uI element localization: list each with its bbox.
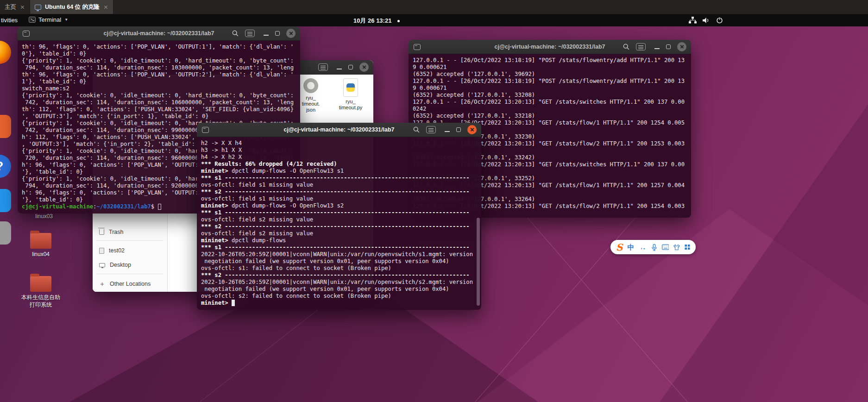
terminal-line: mininet> dpctl dump-flows -O OpenFlow13 … bbox=[201, 168, 477, 175]
close-button[interactable] bbox=[359, 63, 369, 72]
vm-tab-ubuntu[interactable]: Ubuntu 64 位 的克隆 bbox=[30, 0, 113, 14]
desktop-icon bbox=[99, 263, 105, 267]
terminal-line: mininet> bbox=[201, 300, 477, 307]
window-icon bbox=[23, 31, 30, 37]
window-icon bbox=[202, 127, 209, 133]
minimize-button[interactable] bbox=[337, 65, 342, 70]
punctuation-toggle[interactable]: ，。 bbox=[639, 245, 647, 250]
terminal-line: th': 96, 'flags': 0, 'actions': ['POP_VL… bbox=[22, 44, 296, 50]
terminal-line: ', 'OUTPUT:3'], 'match': {'in_port': 1},… bbox=[22, 113, 296, 120]
minimize-button[interactable] bbox=[654, 44, 660, 50]
screen: ? linux03 linux04 本科生信息自助 打印系统 Trash bbox=[0, 0, 868, 402]
terminal-window-center: cj@cj-virtual-machine: ~/032002331/lab7 … bbox=[197, 123, 481, 310]
close-icon[interactable] bbox=[20, 5, 25, 10]
vm-tab-label: Ubuntu 64 位 的克隆 bbox=[45, 3, 100, 11]
terminal-line: {'priority': 1, 'cookie': 0, 'idle_timeo… bbox=[22, 92, 296, 99]
monitor-icon bbox=[35, 5, 41, 10]
terminal-titlebar[interactable]: cj@cj-virtual-machine: ~/032002331/lab7 bbox=[197, 123, 481, 137]
sidebar-item-trash[interactable]: Trash bbox=[93, 226, 164, 239]
document-icon bbox=[99, 248, 104, 254]
menu-icon[interactable] bbox=[426, 126, 436, 133]
sidebar-separator bbox=[96, 274, 164, 274]
minimize-button[interactable] bbox=[445, 127, 450, 132]
chevron-down-icon: ▼ bbox=[64, 18, 68, 22]
terminal-line: 742, 'duration_sec': 114, 'duration_nsec… bbox=[22, 99, 296, 106]
terminal-line: (6352) accepted ('127.0.0.1', 33218) bbox=[413, 113, 687, 119]
menu-icon[interactable] bbox=[245, 30, 255, 37]
file-ry­u-timeout-py[interactable]: ryu_ timeout.py bbox=[333, 78, 368, 111]
sidebar-item-label: Other Locations bbox=[110, 281, 151, 287]
sogou-logo-icon[interactable]: S bbox=[616, 243, 623, 252]
toolbox-grid-icon[interactable] bbox=[685, 244, 690, 250]
center-terminal-output[interactable]: h2 -> X X h4h3 -> h1 X Xh4 -> X h2 X*** … bbox=[197, 137, 481, 310]
system-status-area[interactable] bbox=[689, 17, 723, 24]
ime-mode-toggle[interactable]: 中 bbox=[627, 244, 634, 251]
terminal-line: *** s1 ---------------------------------… bbox=[201, 209, 477, 216]
network-icon bbox=[689, 17, 697, 24]
desktop-icon-label: 本科生信息自助 打印系统 bbox=[18, 294, 64, 308]
maximize-button[interactable] bbox=[348, 65, 353, 69]
sidebar-item-test02[interactable]: test02 bbox=[93, 244, 164, 257]
microphone-icon[interactable] bbox=[652, 244, 657, 251]
maximize-button[interactable] bbox=[456, 127, 461, 132]
terminal-line: th': 96, 'flags': 0, 'actions': ['POP_VL… bbox=[22, 71, 296, 78]
maximize-button[interactable] bbox=[275, 31, 280, 36]
terminal-line: 127.0.0.1 - - [26/Oct/2022 13:20:13] "GE… bbox=[413, 99, 687, 106]
close-button[interactable] bbox=[286, 29, 296, 38]
file-label: ryu_ timeout.py bbox=[333, 99, 368, 111]
sidebar-item-desktop[interactable]: Desktop bbox=[93, 258, 164, 271]
window-title: cj@cj-virtual-machine: ~/032002331/lab7 bbox=[103, 30, 214, 37]
ime-toolbar: S 中 ，。 bbox=[610, 240, 696, 254]
terminal-line: negotiation failed (we support version 0… bbox=[201, 286, 477, 293]
sidebar-item-label: Trash bbox=[109, 229, 124, 235]
desktop-icon-label: linux03 bbox=[25, 213, 63, 220]
terminal-line: 1'}, 'table_id': 0} bbox=[22, 78, 296, 85]
close-button[interactable] bbox=[677, 42, 686, 51]
terminal-line: mininet> dpctl dump-flows bbox=[201, 237, 477, 244]
app-menu-button[interactable]: Terminal ▼ bbox=[29, 16, 68, 23]
terminal-line: mininet> dpctl dump-flows -O OpenFlow13 … bbox=[201, 202, 477, 209]
skin-shirt-icon[interactable] bbox=[673, 244, 680, 251]
menu-icon[interactable] bbox=[636, 43, 646, 50]
clock[interactable]: 10月 26 13:21 bbox=[353, 17, 391, 25]
menu-icon[interactable] bbox=[318, 63, 328, 71]
desktop-icon-linux03[interactable]: linux03 bbox=[25, 213, 63, 220]
terminal-line: *** s2 ---------------------------------… bbox=[201, 188, 477, 195]
software-icon[interactable] bbox=[0, 115, 11, 138]
sidebar-item-other-locations[interactable]: + Other Locations bbox=[93, 277, 164, 290]
close-icon[interactable] bbox=[103, 5, 108, 10]
search-icon[interactable] bbox=[623, 44, 629, 50]
vm-tab-label: 主页 bbox=[5, 3, 16, 11]
terminal-line: 127.0.0.1 - - [26/Oct/2022 13:18:19] "PO… bbox=[413, 57, 687, 64]
minimize-button[interactable] bbox=[264, 31, 269, 36]
python-file-icon bbox=[343, 78, 358, 97]
terminal-line: 9 0.000621 bbox=[413, 64, 687, 71]
terminal-line: (6352) accepted ('127.0.0.1', 33208) bbox=[413, 92, 687, 99]
sidebar-item-label: Desktop bbox=[110, 262, 131, 268]
terminal-titlebar[interactable]: cj@cj-virtual-machine: ~/032002331/lab7 bbox=[409, 40, 691, 54]
terminal-line: *** s2 ---------------------------------… bbox=[201, 223, 477, 230]
terminal-line: h2 -> X X h4 bbox=[201, 140, 477, 147]
activities-button[interactable]: tivities bbox=[1, 17, 18, 24]
desktop-icon-print-system[interactable]: 本科生信息自助 打印系统 bbox=[18, 276, 64, 308]
vm-tab-home[interactable]: 主页 bbox=[0, 0, 30, 14]
desktop-icon-label: linux04 bbox=[27, 251, 55, 258]
maximize-button[interactable] bbox=[666, 44, 671, 49]
terminal-line: *** Results: 66% dropped (4/12 received) bbox=[201, 161, 477, 168]
close-button[interactable] bbox=[467, 125, 477, 134]
desktop-icon-linux04[interactable]: linux04 bbox=[27, 233, 55, 258]
app-menu-label: Terminal bbox=[38, 16, 61, 23]
search-icon[interactable] bbox=[413, 126, 420, 133]
screenshot-tool-icon[interactable] bbox=[0, 221, 11, 245]
window-title: cj@cj-virtual-machine: ~/032002331/lab7 bbox=[283, 126, 394, 133]
scrollbar-thumb[interactable] bbox=[477, 218, 480, 306]
terminal-line: ovs-ofctl: field s1 missing value bbox=[201, 182, 477, 188]
keyboard-icon[interactable] bbox=[662, 244, 669, 250]
terminal-titlebar[interactable]: cj@cj-virtual-machine: ~/032002331/lab7 bbox=[18, 26, 300, 41]
terminal-line: 0242 bbox=[413, 106, 687, 113]
vm-tab-bar: 主页 Ubuntu 64 位 的克隆 bbox=[0, 0, 868, 14]
search-icon[interactable] bbox=[232, 30, 239, 37]
terminal-line: negotiation failed (we support version 0… bbox=[201, 258, 477, 265]
notification-dot bbox=[397, 20, 400, 22]
code-icon[interactable] bbox=[0, 189, 11, 212]
